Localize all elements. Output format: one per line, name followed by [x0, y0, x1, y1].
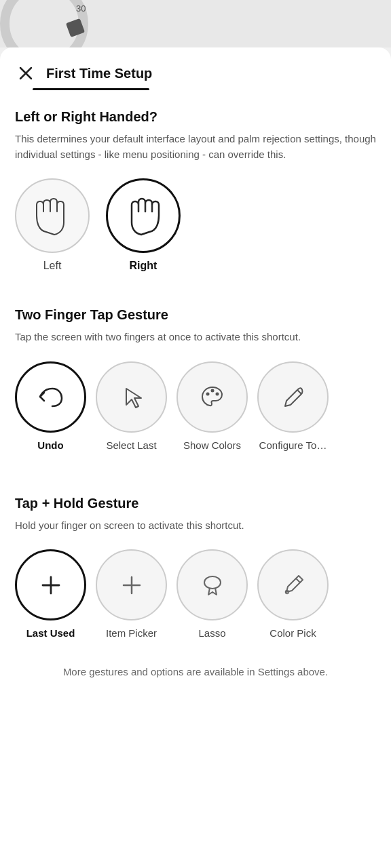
two-finger-title: Two Finger Tap Gesture: [15, 307, 376, 323]
header: First Time Setup: [0, 47, 391, 84]
two-finger-section: Two Finger Tap Gesture Tap the screen wi…: [0, 288, 391, 456]
footer-note: More gestures and options are available …: [0, 644, 391, 701]
gesture-option-color-pick[interactable]: Color Pick: [257, 549, 329, 639]
gesture-label-lasso: Lasso: [198, 627, 225, 639]
gesture-option-select-last[interactable]: Select Last: [96, 361, 167, 451]
gesture-circle-select-last: [96, 361, 167, 433]
dial-label: 30: [76, 3, 86, 14]
hand-options: Left Right: [15, 178, 376, 272]
gesture-label-configure-tool: Configure To…: [259, 439, 327, 451]
tap-hold-options: Last Used Item Picker: [15, 549, 376, 644]
gesture-circle-show-colors: [176, 361, 248, 433]
tap-hold-section: Tap + Hold Gesture Hold your finger on s…: [0, 477, 391, 645]
hand-option-left[interactable]: Left: [15, 178, 90, 272]
hand-label-right: Right: [130, 260, 157, 272]
gesture-label-last-used: Last Used: [26, 627, 75, 639]
gesture-circle-undo: [15, 361, 86, 433]
tap-hold-desc: Hold your finger on screen to activate t…: [15, 518, 376, 534]
gesture-option-item-picker[interactable]: Item Picker: [96, 549, 167, 639]
tap-hold-title: Tap + Hold Gesture: [15, 496, 376, 511]
top-background: 30: [0, 0, 391, 47]
handedness-title: Left or Right Handed?: [15, 109, 376, 125]
two-finger-options: Undo Select Last: [15, 361, 376, 456]
svg-point-9: [204, 576, 221, 589]
gesture-option-configure-tool[interactable]: Configure To…: [257, 361, 329, 451]
gesture-circle-lasso: [176, 549, 248, 620]
gesture-label-undo: Undo: [37, 439, 63, 451]
svg-point-2: [206, 393, 209, 396]
gesture-option-undo[interactable]: Undo: [15, 361, 86, 451]
footer-note-text: More gestures and options are available …: [63, 666, 328, 677]
svg-point-3: [210, 389, 214, 393]
gesture-label-select-last: Select Last: [106, 439, 156, 451]
gesture-circle-last-used: [15, 549, 86, 620]
gesture-circle-configure-tool: [257, 361, 329, 433]
gesture-label-color-pick: Color Pick: [269, 627, 316, 639]
gesture-label-show-colors: Show Colors: [183, 439, 241, 451]
two-finger-desc: Tap the screen with two fingers at once …: [15, 330, 376, 345]
gesture-label-item-picker: Item Picker: [106, 627, 157, 639]
header-title: First Time Setup: [46, 66, 152, 81]
gesture-option-lasso[interactable]: Lasso: [176, 549, 248, 639]
handedness-section: Left or Right Handed? This determines yo…: [0, 90, 391, 272]
hand-label-left: Left: [43, 260, 62, 272]
svg-point-4: [215, 393, 219, 396]
gesture-option-last-used[interactable]: Last Used: [15, 549, 86, 639]
hand-circle-right: [106, 178, 181, 253]
main-card: First Time Setup Left or Right Handed? T…: [0, 47, 391, 868]
handedness-desc: This determines your default interface l…: [15, 132, 376, 162]
hand-circle-left: [15, 178, 90, 253]
hand-option-right[interactable]: Right: [106, 178, 181, 272]
gesture-circle-color-pick: [257, 549, 329, 620]
close-button[interactable]: [15, 62, 37, 84]
gesture-option-show-colors[interactable]: Show Colors: [176, 361, 248, 451]
gesture-circle-item-picker: [96, 549, 167, 620]
